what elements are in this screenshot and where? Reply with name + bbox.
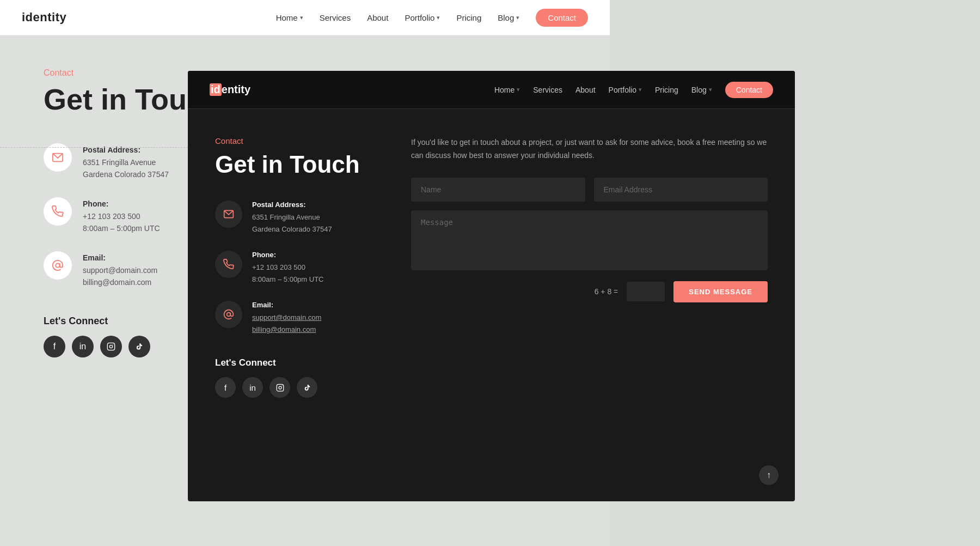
nav-services-light[interactable]: Services (320, 13, 351, 22)
facebook-icon-dark[interactable]: f (215, 377, 236, 398)
dark-overlay-panel: identity Home ▾ Services About Portfolio… (188, 71, 795, 501)
billing-email-link[interactable]: billing@domain.com (252, 325, 316, 333)
facebook-icon-light[interactable]: f (44, 336, 65, 357)
form-row-name-email (411, 178, 768, 202)
nav-about-light[interactable]: About (367, 13, 388, 22)
dark-postal-row: Postal Address: 6351 Fringilla Avenue Ga… (215, 201, 378, 235)
logo-dark: identity (210, 83, 250, 96)
chevron-blog-icon: ▾ (516, 14, 519, 21)
svg-point-3 (109, 345, 112, 348)
dark-section-label: Contact (215, 136, 378, 145)
nav-portfolio-light[interactable]: Portfolio ▾ (405, 13, 440, 22)
svg-rect-2 (107, 343, 114, 350)
nav-pricing-dark[interactable]: Pricing (655, 86, 678, 94)
nav-about-dark[interactable]: About (575, 86, 596, 94)
dark-postal-address: 6351 Fringilla Avenue Gardena Colorado 3… (252, 211, 332, 235)
scroll-to-top-button[interactable]: ↑ (759, 465, 779, 485)
dark-right-column: If you'd like to get in touch about a pr… (411, 136, 768, 398)
header-light: identity Home ▾ Services About Portfolio… (0, 0, 610, 35)
linkedin-icon-dark[interactable]: in (242, 377, 263, 398)
light-phone-label: Phone: (83, 199, 160, 208)
send-message-button[interactable]: SEND MESSAGE (673, 281, 768, 302)
dark-email-info: Email: support@domain.com billing@domain… (252, 301, 321, 336)
form-bottom-row: 6 + 8 = SEND MESSAGE (411, 281, 768, 302)
phone-icon-light (44, 197, 72, 226)
form-description: If you'd like to get in touch about a pr… (411, 136, 768, 162)
dark-left-column: Contact Get in Touch Postal Address: 635… (215, 136, 378, 398)
message-textarea[interactable] (411, 210, 768, 270)
dark-phone-label: Phone: (252, 251, 324, 259)
chevron-blog-dark-icon: ▾ (709, 86, 712, 93)
postal-icon-dark (215, 201, 242, 228)
phone-icon-dark (215, 251, 242, 278)
dashed-separator (0, 147, 188, 148)
nav-light: Home ▾ Services About Portfolio ▾ Pricin… (276, 9, 588, 27)
light-email-label: Email: (83, 253, 157, 262)
nav-home-light[interactable]: Home ▾ (276, 13, 303, 22)
lets-connect-heading-dark: Let's Connect (215, 357, 378, 368)
dark-content-area: Contact Get in Touch Postal Address: 635… (188, 109, 795, 425)
light-phone-info: Phone: +12 103 203 500 8:00am – 5:00pm U… (83, 197, 160, 235)
nav-services-dark[interactable]: Services (533, 86, 562, 94)
captcha-input[interactable] (627, 282, 665, 301)
dark-phone-value: +12 103 203 500 8:00am – 5:00pm UTC (252, 262, 324, 286)
dark-email-row: Email: support@domain.com billing@domain… (215, 301, 378, 336)
captcha-label: 6 + 8 = (595, 287, 618, 296)
light-postal-address: 6351 Fringilla Avenue Gardena Colorado 3… (83, 156, 169, 181)
nav-blog-light[interactable]: Blog ▾ (498, 13, 519, 22)
linkedin-icon-light[interactable]: in (72, 336, 94, 357)
dark-postal-info: Postal Address: 6351 Fringilla Avenue Ga… (252, 201, 332, 235)
dark-postal-label: Postal Address: (252, 201, 332, 209)
chevron-portfolio-icon: ▾ (437, 14, 440, 21)
light-email-info: Email: support@domain.com billing@domain… (83, 251, 157, 289)
svg-point-1 (56, 263, 59, 267)
chevron-home-dark-icon: ▾ (517, 86, 520, 93)
light-email-value: support@domain.com billing@domain.com (83, 264, 157, 289)
support-email-link[interactable]: support@domain.com (252, 313, 321, 321)
header-dark: identity Home ▾ Services About Portfolio… (188, 71, 795, 109)
email-input[interactable] (594, 178, 768, 202)
nav-contact-dark[interactable]: Contact (725, 82, 773, 98)
dark-email-value: support@domain.com billing@domain.com (252, 312, 321, 336)
light-phone-value: +12 103 203 500 8:00am – 5:00pm UTC (83, 210, 160, 235)
logo-highlight: id (210, 83, 222, 96)
dark-email-label: Email: (252, 301, 321, 309)
tiktok-icon-light[interactable] (128, 336, 150, 357)
svg-point-9 (281, 385, 282, 386)
dark-phone-info: Phone: +12 103 203 500 8:00am – 5:00pm U… (252, 251, 324, 286)
logo-light: identity (22, 10, 66, 25)
nav-contact-light[interactable]: Contact (536, 9, 588, 27)
email-icon-dark (215, 301, 242, 328)
chevron-portfolio-dark-icon: ▾ (639, 86, 642, 93)
light-postal-info: Postal Address: 6351 Fringilla Avenue Ga… (83, 143, 169, 181)
instagram-icon-dark[interactable] (270, 377, 290, 398)
email-icon-light (44, 251, 72, 280)
nav-portfolio-dark[interactable]: Portfolio ▾ (609, 86, 642, 94)
dark-page-heading: Get in Touch (215, 151, 378, 179)
dark-phone-row: Phone: +12 103 203 500 8:00am – 5:00pm U… (215, 251, 378, 286)
svg-rect-7 (277, 384, 284, 391)
instagram-icon-light[interactable] (100, 336, 122, 357)
name-input[interactable] (411, 178, 585, 202)
nav-pricing-light[interactable]: Pricing (456, 13, 481, 22)
chevron-home-icon: ▾ (300, 14, 303, 21)
social-icons-dark: f in (215, 377, 378, 398)
svg-point-4 (113, 344, 113, 345)
nav-home-dark[interactable]: Home ▾ (494, 86, 520, 94)
lets-connect-dark: Let's Connect f in (215, 357, 378, 398)
svg-point-8 (279, 386, 281, 389)
nav-dark: Home ▾ Services About Portfolio ▾ Pricin… (494, 82, 773, 98)
nav-blog-dark[interactable]: Blog ▾ (691, 86, 712, 94)
svg-point-6 (227, 313, 231, 317)
tiktok-icon-dark[interactable] (297, 377, 317, 398)
